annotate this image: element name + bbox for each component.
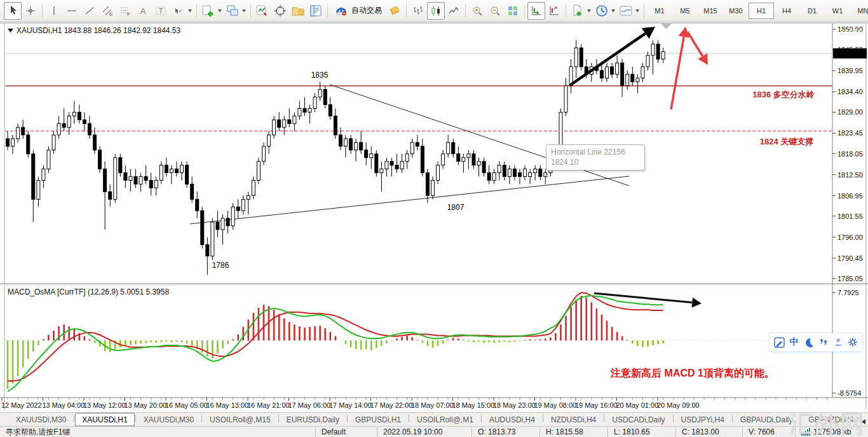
chart-tab-xauusdi-m30[interactable]: XAUUSDi,M30	[9, 413, 73, 426]
connection-bars-icon	[801, 428, 810, 436]
timeframe-w1-button[interactable]: W1	[825, 3, 850, 19]
horizontal-line-tool-button[interactable]	[63, 2, 81, 20]
svg-text:T: T	[159, 7, 163, 15]
bull-candle	[492, 173, 496, 181]
arrows-tool-button[interactable]	[170, 2, 187, 20]
browser-extension-widget[interactable]: 中	[769, 333, 863, 352]
timeframe-d1-button[interactable]: D1	[799, 3, 825, 19]
tab-separator	[673, 415, 674, 422]
widget-moon-icon[interactable]	[803, 336, 815, 348]
new-order-dropdown-caret[interactable]	[218, 10, 222, 12]
widget-gear-icon[interactable]	[847, 336, 858, 348]
bear-candle	[482, 162, 485, 173]
new-order-button[interactable]	[200, 2, 217, 20]
status-profile[interactable]: Default	[315, 427, 377, 437]
new-chart-window-button[interactable]	[224, 2, 241, 20]
status-high-value: H: 1815.58	[539, 427, 607, 437]
chart-shift-button[interactable]	[545, 2, 563, 20]
template-button[interactable]	[617, 2, 635, 20]
chart-tab-gbpusdi-h1[interactable]: GBPUSDi,H1	[348, 413, 408, 426]
zoom-in-button[interactable]	[468, 2, 486, 20]
template-dropdown-caret[interactable]	[635, 10, 639, 12]
tab-separator	[800, 415, 801, 422]
tab-scroll-left-icon[interactable]	[861, 419, 866, 425]
price-axis-label: 1818.05	[837, 150, 863, 158]
bull-candle	[661, 52, 665, 59]
timeframe-m1-button[interactable]: M1	[647, 3, 672, 19]
terminal-button[interactable]	[307, 2, 325, 20]
zoom-out-button[interactable]	[486, 2, 504, 20]
chart-canvas[interactable]: 1850.901845.501839.951834.401829.001823.…	[0, 22, 868, 412]
line-chart-icon	[447, 4, 460, 17]
timeframe-m5-button[interactable]: M5	[672, 3, 698, 19]
bear-candle	[656, 44, 660, 59]
bull-candle	[257, 162, 260, 181]
tile-windows-button[interactable]	[504, 2, 522, 20]
widget-pen-icon[interactable]	[774, 336, 785, 348]
trendline-tool-button[interactable]	[81, 2, 98, 20]
vertical-line-tool-button[interactable]	[45, 2, 63, 20]
timeframe-m15-button[interactable]: M15	[698, 3, 723, 19]
bar-chart-type-button[interactable]	[409, 2, 427, 20]
chart-tab-audusdi-h4[interactable]: AUDUSDi,H4	[482, 413, 542, 426]
chart-windows-dropdown-caret[interactable]	[242, 10, 246, 12]
crosshair-tool-button[interactable]	[22, 2, 39, 20]
autotrade-button[interactable]: 自动交易	[330, 3, 386, 19]
new-chart-dropdown-caret[interactable]	[587, 10, 591, 12]
chart-tab-eurusdi-daily[interactable]: EURUSDi,Daily	[280, 413, 346, 426]
chart-tab-gbpaudi-daily[interactable]: GBPAUDi,Daily	[733, 413, 799, 426]
bull-candle	[221, 218, 224, 230]
timeframe-h1-button[interactable]: H1	[749, 3, 774, 19]
bull-candle	[437, 165, 440, 181]
widget-person-icon[interactable]	[832, 336, 844, 348]
favorites-button[interactable]	[289, 2, 307, 20]
chart-tab-nzdusdi-h4[interactable]: NZDUSDi,H4	[544, 413, 603, 426]
docs-button[interactable]	[386, 2, 403, 20]
bull-candle	[534, 169, 537, 173]
widget-quotes-icon[interactable]	[818, 336, 829, 348]
bear-candle	[611, 67, 614, 74]
time-axis-label: 20 May 09:00	[657, 401, 700, 409]
time-axis-label: 16 May 05:00	[165, 401, 208, 409]
fibonacci-tool-button[interactable]: F	[116, 2, 134, 20]
auto-scroll-button[interactable]	[527, 2, 545, 20]
bull-candle	[447, 142, 450, 154]
equidistant-channel-tool-button[interactable]: E	[98, 2, 116, 20]
chart-tab-gbpnzdi-h4[interactable]: GBPNZDi,H4	[801, 413, 860, 426]
chart-tab-usdcadi-daily[interactable]: USDCADi,Daily	[605, 413, 672, 426]
timeframe-h4-button[interactable]: H4	[774, 3, 799, 19]
bull-candle	[57, 123, 60, 135]
chart-tab-usoilroll-m1[interactable]: USOILRoll@,M1	[410, 413, 480, 426]
navigator-button[interactable]	[271, 2, 289, 20]
time-axis-label: 16 May 13:00	[207, 401, 249, 409]
bear-candle	[144, 177, 147, 181]
chart-tab-xauusdi-h1[interactable]: XAUUSDi,H1	[75, 413, 134, 426]
bear-candle	[416, 142, 419, 146]
period-dropdown-caret[interactable]	[611, 10, 615, 12]
text-tool-button[interactable]: A	[134, 2, 152, 20]
new-order-icon	[201, 4, 215, 18]
timeframe-mn-button[interactable]: MN	[850, 3, 868, 19]
chart-tab-usdjpyi-h4[interactable]: USDJPYi,H4	[674, 413, 731, 426]
timeframe-m30-button[interactable]: M30	[723, 3, 749, 19]
text-label-tool-button[interactable]: T	[152, 2, 170, 20]
price-axis-label: 1812.50	[837, 171, 863, 179]
chart-tab-xauusdi-m30[interactable]: XAUUSDi,M30	[137, 413, 201, 426]
line-chart-type-button[interactable]	[445, 2, 463, 20]
bull-candle	[467, 154, 470, 158]
period-button[interactable]	[593, 2, 611, 20]
new-chart-button[interactable]	[569, 2, 587, 20]
bull-candle	[646, 55, 649, 67]
bull-candle	[114, 158, 117, 199]
indicators-button[interactable]	[254, 2, 271, 20]
candlestick-chart-type-button[interactable]	[427, 2, 445, 20]
chart-tab-usoilroll-m15[interactable]: USOILRoll@,M15	[203, 413, 278, 426]
arrows-dropdown-caret[interactable]	[188, 10, 192, 12]
widget-chinese-icon[interactable]: 中	[789, 336, 800, 348]
bull-candle	[273, 120, 276, 135]
cursor-tool-button[interactable]	[4, 2, 22, 20]
tab-separator	[135, 415, 136, 422]
bull-candle	[442, 154, 445, 165]
tab-separator	[409, 415, 409, 422]
bear-candle	[329, 104, 332, 116]
